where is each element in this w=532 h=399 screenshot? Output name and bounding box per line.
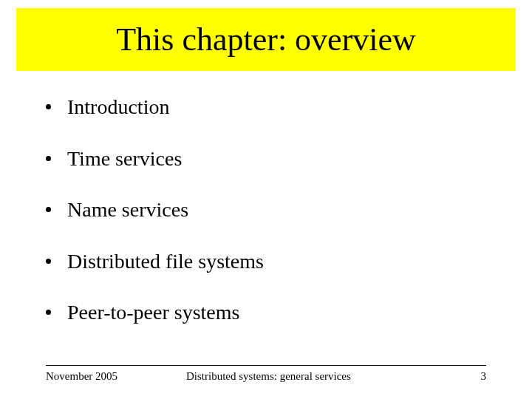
- footer-divider: [46, 365, 486, 366]
- bullet-text: Time services: [67, 146, 182, 171]
- list-item: Peer-to-peer systems: [46, 300, 489, 325]
- slide-footer: November 2005 Distributed systems: gener…: [46, 365, 486, 383]
- footer-title: Distributed systems: general services: [179, 370, 457, 383]
- footer-date: November 2005: [46, 370, 179, 383]
- list-item: Time services: [46, 146, 489, 171]
- bullet-icon: [46, 104, 51, 109]
- list-item: Distributed file systems: [46, 249, 489, 274]
- bullet-icon: [46, 156, 51, 161]
- title-banner: This chapter: overview: [16, 8, 516, 71]
- list-item: Introduction: [46, 95, 489, 120]
- bullet-text: Distributed file systems: [67, 249, 264, 274]
- bullet-icon: [46, 259, 51, 264]
- bullet-text: Introduction: [67, 95, 169, 120]
- page-number: 3: [457, 370, 486, 383]
- list-item: Name services: [46, 197, 489, 222]
- bullet-icon: [46, 310, 51, 315]
- bullet-list: Introduction Time services Name services…: [46, 95, 489, 352]
- bullet-icon: [46, 207, 51, 212]
- footer-row: November 2005 Distributed systems: gener…: [46, 370, 486, 383]
- bullet-text: Name services: [67, 197, 188, 222]
- bullet-text: Peer-to-peer systems: [67, 300, 239, 325]
- slide-title: This chapter: overview: [116, 21, 416, 58]
